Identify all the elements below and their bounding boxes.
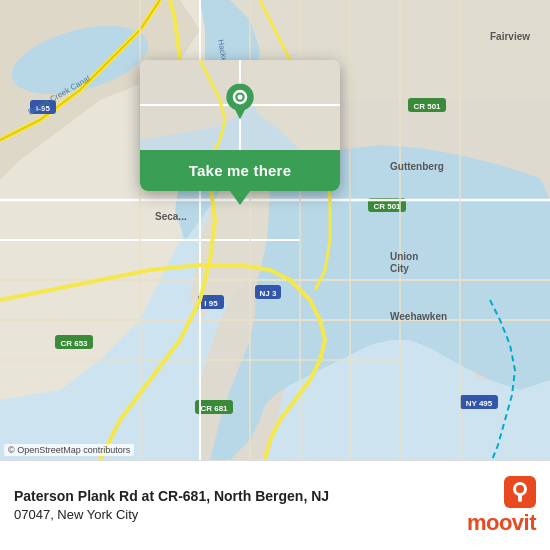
map-attribution: © OpenStreetMap contributors [4, 444, 134, 456]
svg-marker-50 [233, 106, 247, 120]
svg-text:City: City [390, 263, 409, 274]
svg-text:Fairview: Fairview [490, 31, 530, 42]
moovit-logo: moovit [467, 476, 536, 536]
moovit-icon [504, 476, 536, 508]
svg-point-55 [516, 485, 524, 493]
location-info: Paterson Plank Rd at CR-681, North Berge… [14, 487, 457, 525]
svg-text:Union: Union [390, 251, 418, 262]
location-pin-icon [222, 83, 258, 119]
map-container: I-95 CR 501 CR 501 NJ 3 I 95 CR 653 CR 6… [0, 0, 550, 460]
svg-text:NJ 3: NJ 3 [260, 289, 277, 298]
svg-text:Seca...: Seca... [155, 211, 187, 222]
popup-tail [230, 191, 250, 205]
svg-rect-56 [518, 494, 522, 502]
svg-point-52 [237, 95, 242, 100]
take-me-there-button[interactable]: Take me there [140, 150, 340, 191]
svg-text:Weehawken: Weehawken [390, 311, 447, 322]
location-name: Paterson Plank Rd at CR-681, North Berge… [14, 487, 457, 507]
svg-text:CR 681: CR 681 [200, 404, 228, 413]
popup-card: Take me there [140, 60, 340, 191]
svg-text:I 95: I 95 [204, 299, 218, 308]
bottom-bar: Paterson Plank Rd at CR-681, North Berge… [0, 460, 550, 550]
location-city: 07047, New York City [14, 506, 457, 524]
moovit-brand-text: moovit [467, 510, 536, 536]
popup-map-preview [140, 60, 340, 150]
svg-text:NY 495: NY 495 [466, 399, 493, 408]
svg-text:CR 653: CR 653 [60, 339, 88, 348]
svg-text:CR 501: CR 501 [413, 102, 441, 111]
svg-text:CR 501: CR 501 [373, 202, 401, 211]
svg-text:Guttenberg: Guttenberg [390, 161, 444, 172]
